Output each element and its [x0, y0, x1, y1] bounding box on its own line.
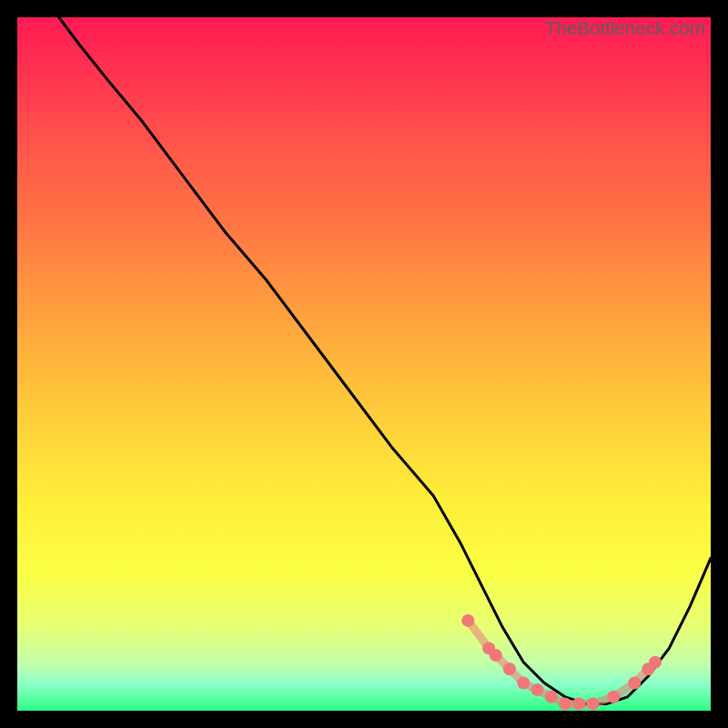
- chart-frame: TheBottleneck.com: [0, 0, 728, 728]
- highlight-segment: [468, 621, 655, 704]
- highlight-dot: [482, 642, 495, 654]
- watermark-text: TheBottleneck.com: [545, 17, 705, 39]
- bottleneck-curve: [59, 17, 711, 703]
- highlight-dot: [587, 697, 600, 710]
- highlight-dot: [559, 697, 571, 710]
- highlight-dot: [628, 677, 641, 690]
- highlight-dot: [607, 691, 620, 703]
- highlight-dot: [461, 614, 474, 627]
- highlight-dot: [517, 677, 530, 690]
- highlight-dot: [490, 649, 502, 662]
- highlight-dot: [503, 662, 516, 675]
- highlight-dot: [572, 697, 585, 710]
- highlight-dot: [642, 662, 654, 675]
- highlight-dot: [531, 683, 544, 696]
- plot-area: TheBottleneck.com: [17, 17, 711, 711]
- chart-svg: [17, 17, 711, 711]
- highlight-dot: [545, 691, 558, 703]
- highlight-dot: [649, 656, 662, 669]
